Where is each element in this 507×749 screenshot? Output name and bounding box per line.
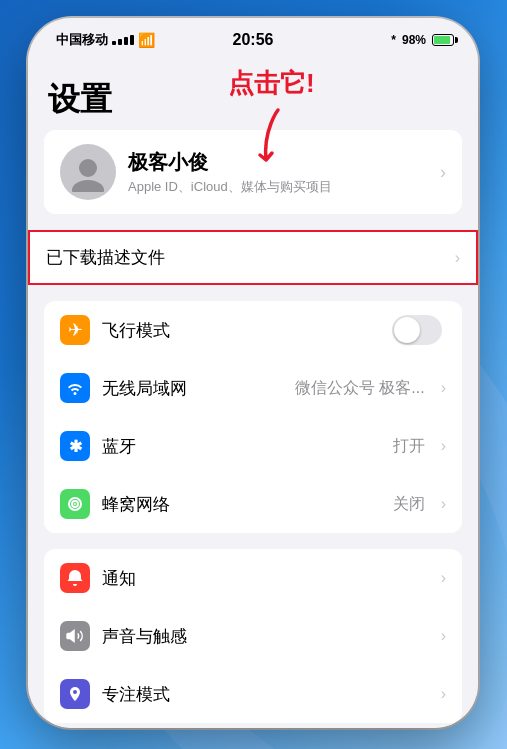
signal-bar-1 [112,41,116,45]
sound-chevron-icon: › [441,627,446,645]
avatar-icon [68,152,108,192]
focus-icon [60,679,90,709]
time-display: 20:56 [233,31,274,49]
downloaded-profiles-section[interactable]: 已下载描述文件 › [28,230,478,285]
wifi-row[interactable]: 无线局域网 微信公众号 极客... › [44,359,462,417]
wifi-status-icon: 📶 [138,32,155,48]
downloaded-profiles-label: 已下载描述文件 [46,246,443,269]
airplane-label: 飞行模式 [102,319,380,342]
sound-row[interactable]: 声音与触感 › [44,607,462,665]
signal-bars [112,35,134,45]
wifi-icon [60,373,90,403]
battery-indicator [432,34,454,46]
bluetooth-row[interactable]: ✱ 蓝牙 打开 › [44,417,462,475]
signal-bar-2 [118,39,122,45]
status-left: 中国移动 📶 [56,31,155,49]
cellular-icon [60,489,90,519]
airplane-icon: ✈ [60,315,90,345]
bluetooth-icon: ✱ [60,431,90,461]
profile-info: 极客小俊 Apple ID、iCloud、媒体与购买项目 [128,149,428,196]
profile-name: 极客小俊 [128,149,428,176]
cellular-value: 关闭 [393,494,425,515]
svg-point-4 [74,503,76,505]
cellular-chevron-icon: › [441,495,446,513]
bluetooth-chevron-icon: › [441,437,446,455]
iphone-frame: 中国移动 📶 20:56 * 98% 点击它! [28,18,478,728]
airplane-mode-row[interactable]: ✈ 飞行模式 [44,301,462,359]
sound-icon [60,621,90,651]
page-title: 设置 [28,62,478,130]
focus-row[interactable]: 专注模式 › [44,665,462,723]
svg-point-5 [73,690,77,694]
wifi-value: 微信公众号 极客... [295,378,425,399]
downloaded-profiles-row[interactable]: 已下载描述文件 › [30,232,476,283]
wifi-label: 无线局域网 [102,377,283,400]
bluetooth-label: 蓝牙 [102,435,381,458]
profile-row[interactable]: 极客小俊 Apple ID、iCloud、媒体与购买项目 › [44,130,462,214]
notifications-group: 通知 › 声音与触感 › 专注模式 › [44,549,462,723]
connectivity-group: ✈ 飞行模式 无线局域网 微信公众号 极客... › ✱ 蓝牙 打开 › [44,301,462,533]
downloaded-profiles-chevron-icon: › [455,249,460,267]
toggle-knob [394,317,420,343]
battery-percent: 98% [402,33,426,47]
bluetooth-icon: * [391,33,396,47]
notifications-icon [60,563,90,593]
avatar [60,144,116,200]
profile-section[interactable]: 极客小俊 Apple ID、iCloud、媒体与购买项目 › [44,130,462,214]
svg-point-0 [79,159,97,177]
sound-label: 声音与触感 [102,625,429,648]
profile-chevron-icon: › [440,162,446,183]
status-right: * 98% [391,33,454,47]
focus-label: 专注模式 [102,683,429,706]
profile-subtitle: Apple ID、iCloud、媒体与购买项目 [128,178,428,196]
carrier-text: 中国移动 [56,31,108,49]
bluetooth-value: 打开 [393,436,425,457]
notifications-chevron-icon: › [441,569,446,587]
svg-point-1 [72,180,104,192]
notifications-label: 通知 [102,567,429,590]
airplane-toggle[interactable] [392,315,442,345]
signal-bar-4 [130,35,134,45]
signal-bar-3 [124,37,128,45]
focus-chevron-icon: › [441,685,446,703]
status-bar: 中国移动 📶 20:56 * 98% [28,18,478,62]
wifi-chevron-icon: › [441,379,446,397]
cellular-row[interactable]: 蜂窝网络 关闭 › [44,475,462,533]
notifications-row[interactable]: 通知 › [44,549,462,607]
cellular-label: 蜂窝网络 [102,493,381,516]
settings-main: 点击它! 设置 极客小俊 Apple ID、iCloud、 [28,62,478,728]
battery-fill [434,36,450,44]
